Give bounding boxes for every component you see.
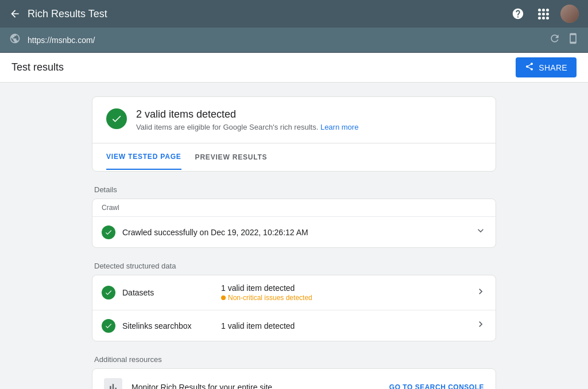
crawl-row[interactable]: Crawled successfully on Dec 19, 2022, 10… [92,217,496,247]
crawl-status-text: Crawled successfully on Dec 19, 2022, 10… [122,228,468,237]
datasets-info: 1 valid item detected Non-critical issue… [221,283,468,302]
details-section-label: Details [92,185,496,194]
sitelinks-label: Sitelinks searchbox [122,321,214,330]
summary-text: 2 valid items detected Valid items are e… [136,108,358,131]
learn-more-link[interactable]: Learn more [320,123,358,131]
page-title: Test results [11,61,516,73]
datasets-check-icon [102,286,115,299]
reload-icon[interactable] [549,33,560,47]
sitelinks-valid-text: 1 valid item detected [221,321,468,330]
view-tested-page-tab[interactable]: VIEW TESTED PAGE [106,145,181,170]
share-label: SHARE [539,63,567,72]
warning-dot-icon [221,295,226,300]
summary-card: 2 valid items detected Valid items are e… [92,96,496,172]
resources-section-label: Additional resources [92,355,496,364]
sitelinks-chevron-icon [475,318,486,333]
app-title: Rich Results Test [28,8,503,20]
avatar-image [560,5,579,23]
url-bar [0,28,588,53]
resource-row: Monitor Rich Results for your entire sit… [92,369,496,389]
mobile-icon[interactable] [567,33,579,47]
sitelinks-check-icon [102,319,115,333]
page-header: Test results SHARE [0,53,588,83]
crawl-chevron-icon [475,225,486,239]
globe-icon [9,33,21,47]
go-to-search-console-button[interactable]: GO TO SEARCH CONSOLE [389,383,484,389]
resource-chart-icon [104,378,122,389]
datasets-warning-text: Non-critical issues detected [228,294,312,302]
preview-results-tab[interactable]: PREVIEW RESULTS [195,145,268,169]
sitelinks-info: 1 valid item detected [221,321,468,330]
nav-icons [510,5,579,23]
resources-card: Monitor Rich Results for your entire sit… [92,368,496,389]
apps-grid [538,9,549,20]
crawl-header: Crawl [92,199,496,217]
datasets-row[interactable]: Datasets 1 valid item detected Non-criti… [92,275,496,310]
valid-count-heading: 2 valid items detected [136,108,358,120]
datasets-warning: Non-critical issues detected [221,294,468,302]
datasets-chevron-icon [475,286,486,300]
summary-description: Valid items are eligible for Google Sear… [136,123,358,131]
url-bar-actions [549,33,579,47]
avatar[interactable] [560,5,579,23]
top-navigation: Rich Results Test [0,0,588,28]
structured-data-section-label: Detected structured data [92,262,496,270]
summary-actions: VIEW TESTED PAGE PREVIEW RESULTS [92,143,496,171]
share-icon [525,62,534,73]
datasets-label: Datasets [122,288,214,297]
main-content: 2 valid items detected Valid items are e… [0,83,588,389]
back-button[interactable] [9,8,21,20]
share-button[interactable]: SHARE [516,57,577,77]
grid-icon[interactable] [535,6,551,22]
summary-top: 2 valid items detected Valid items are e… [92,97,496,143]
structured-data-card: Datasets 1 valid item detected Non-criti… [92,275,496,341]
valid-check-icon [106,108,127,129]
datasets-valid-text: 1 valid item detected [221,283,468,293]
crawl-check-icon [102,225,115,239]
resource-text: Monitor Rich Results for your entire sit… [131,383,380,389]
url-input[interactable] [28,36,542,45]
sitelinks-row[interactable]: Sitelinks searchbox 1 valid item detecte… [92,310,496,341]
details-card: Crawl Crawled successfully on Dec 19, 20… [92,199,496,248]
help-icon[interactable] [510,6,526,22]
